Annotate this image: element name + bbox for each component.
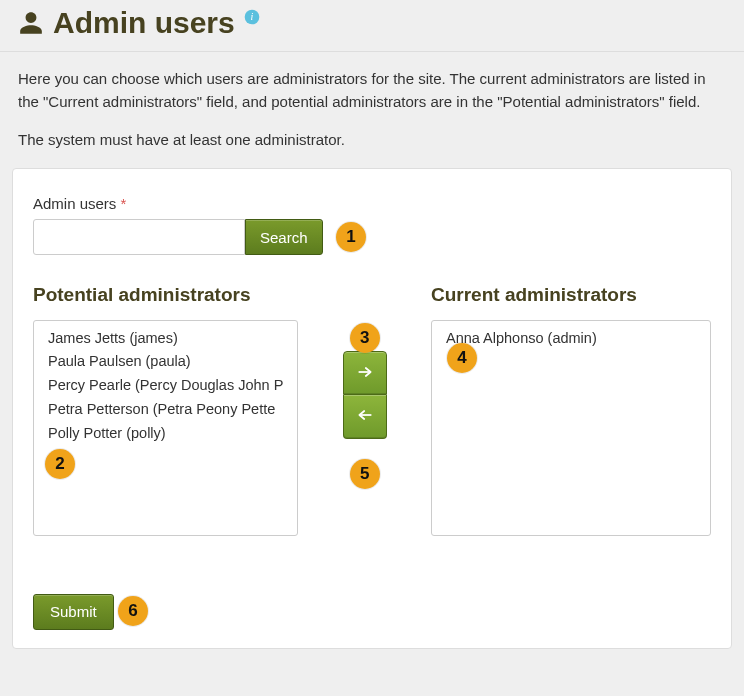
callout-1: 1 (336, 222, 366, 252)
list-item[interactable]: Petra Petterson (Petra Peony Pette (34, 398, 297, 422)
search-label: Admin users (33, 195, 116, 212)
potential-column: Potential administrators James Jetts (ja… (33, 281, 298, 536)
intro-paragraph-2: The system must have at least one admini… (18, 129, 730, 152)
info-icon[interactable]: i (244, 9, 260, 25)
submit-button[interactable]: Submit (33, 594, 114, 630)
list-item[interactable]: Anna Alphonso (admin) (432, 327, 710, 351)
svg-text:i: i (250, 11, 253, 22)
list-item[interactable]: Percy Pearle (Percy Douglas John P (34, 374, 297, 398)
required-asterisk: * (121, 195, 127, 212)
footer-actions: Submit 6 (33, 594, 711, 630)
search-label-row: Admin users * (33, 193, 711, 216)
transfer-column: 3 5 (298, 281, 431, 536)
current-listbox[interactable]: Anna Alphonso (admin) (431, 320, 711, 536)
current-column: Current administrators Anna Alphonso (ad… (431, 281, 711, 536)
dual-list-picker: Potential administrators James Jetts (ja… (33, 281, 711, 536)
move-left-button[interactable] (343, 395, 387, 439)
user-icon (18, 10, 44, 36)
search-row: Search 1 (33, 219, 711, 255)
callout-3: 3 (350, 323, 380, 353)
callout-5: 5 (350, 459, 380, 489)
callout-6: 6 (118, 596, 148, 626)
intro-text: Here you can choose which users are admi… (0, 68, 744, 152)
intro-paragraph-1: Here you can choose which users are admi… (18, 68, 730, 113)
list-item[interactable]: James Jetts (james) (34, 327, 297, 351)
transfer-buttons (343, 351, 387, 439)
potential-heading: Potential administrators (33, 281, 298, 310)
form-panel: Admin users * Search 1 Potential adminis… (12, 168, 732, 649)
current-heading: Current administrators (431, 281, 711, 310)
arrow-left-icon (357, 409, 373, 424)
arrow-right-icon (357, 366, 373, 381)
list-item[interactable]: Paula Paulsen (paula) (34, 350, 297, 374)
search-input[interactable] (33, 219, 245, 255)
move-right-button[interactable] (343, 351, 387, 395)
search-button[interactable]: Search (245, 219, 323, 255)
potential-listbox[interactable]: James Jetts (james) Paula Paulsen (paula… (33, 320, 298, 536)
list-item[interactable]: Polly Potter (polly) (34, 422, 297, 446)
page-header: Admin users i (0, 0, 744, 52)
page-title: Admin users (53, 0, 235, 45)
